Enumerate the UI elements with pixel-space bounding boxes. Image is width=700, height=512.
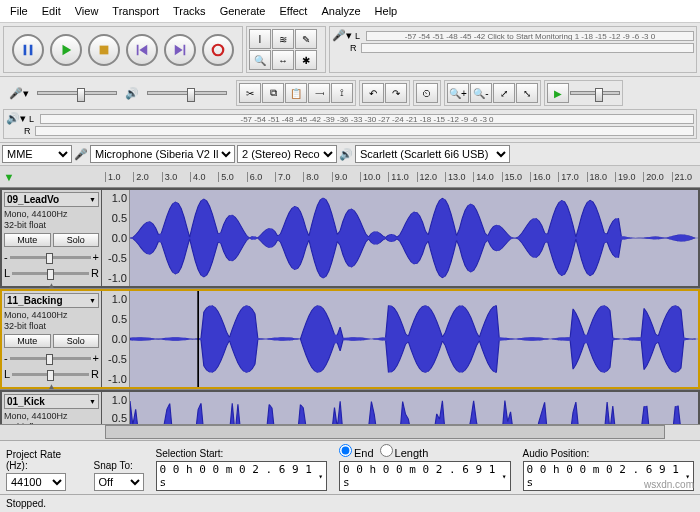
menu-tracks[interactable]: Tracks: [167, 3, 212, 19]
menu-transport[interactable]: Transport: [106, 3, 165, 19]
track-name-dropdown[interactable]: 11_Backing: [4, 293, 99, 308]
menu-bar: File Edit View Transport Tracks Generate…: [0, 0, 700, 23]
menu-help[interactable]: Help: [369, 3, 404, 19]
selection-start-label: Selection Start:: [156, 448, 327, 459]
record-button[interactable]: [202, 34, 234, 66]
timeshift-tool-icon[interactable]: ↔: [272, 50, 294, 70]
speaker-icon: 🔊▾: [6, 112, 26, 125]
pan-slider[interactable]: LR: [4, 368, 99, 380]
meter-l-label: L: [355, 31, 363, 41]
scrollbar-thumb[interactable]: [105, 425, 665, 439]
play-button[interactable]: [50, 34, 82, 66]
solo-button[interactable]: Solo: [53, 233, 100, 247]
rec-meter-bar[interactable]: -57 -54 -51 -48 -45 -42 Click to Start M…: [366, 31, 694, 41]
menu-view[interactable]: View: [69, 3, 105, 19]
skip-start-button[interactable]: [126, 34, 158, 66]
ruler-tick: 4.0: [190, 172, 218, 182]
track-control-panel: 01_Kick Mono, 44100Hz32-bit float MuteSo…: [2, 392, 102, 424]
ruler-tick: 19.0: [615, 172, 643, 182]
mute-button[interactable]: Mute: [4, 233, 51, 247]
multi-tool-icon[interactable]: ✱: [295, 50, 317, 70]
cut-icon[interactable]: ✂: [239, 83, 261, 103]
stop-button[interactable]: [88, 34, 120, 66]
undo-icon[interactable]: ↶: [362, 83, 384, 103]
play-meter-bar-r[interactable]: [35, 126, 694, 136]
play-meter-bar[interactable]: -57 -54 -51 -48 -45 -42 -39 -36 -33 -30 …: [40, 114, 694, 124]
track-name-dropdown[interactable]: 01_Kick: [4, 394, 99, 409]
collapse-icon[interactable]: ▲: [4, 382, 99, 391]
ruler-tick: 3.0: [162, 172, 190, 182]
mute-button[interactable]: Mute: [4, 334, 51, 348]
menu-generate[interactable]: Generate: [214, 3, 272, 19]
waveform-display[interactable]: [130, 190, 698, 286]
selection-end-field[interactable]: 0 0 h 0 0 m 0 2 . 6 9 1 s: [339, 461, 510, 491]
track-name-dropdown[interactable]: 09_LeadVo: [4, 192, 99, 207]
zoom-out-icon[interactable]: 🔍-: [470, 83, 492, 103]
skip-end-button[interactable]: [164, 34, 196, 66]
recording-meter[interactable]: 🎤▾L-57 -54 -51 -48 -45 -42 Click to Star…: [329, 26, 697, 73]
redo-icon[interactable]: ↷: [385, 83, 407, 103]
ruler-tick: 18.0: [587, 172, 615, 182]
ruler-tick: 1.0: [105, 172, 133, 182]
track-format-info: Mono, 44100Hz32-bit float: [4, 209, 99, 231]
track: 01_Kick Mono, 44100Hz32-bit float MuteSo…: [0, 390, 700, 424]
gain-slider[interactable]: -+: [4, 352, 99, 364]
snap-to-select[interactable]: Off: [94, 473, 144, 491]
vertical-ruler: 1.00.50.0-0.5-1.0: [102, 291, 130, 387]
envelope-tool-icon[interactable]: ≋: [272, 29, 294, 49]
menu-edit[interactable]: Edit: [36, 3, 67, 19]
pause-button[interactable]: [12, 34, 44, 66]
pin-icon[interactable]: ▼: [0, 171, 18, 183]
watermark: wsxdn.com: [644, 479, 694, 490]
copy-icon[interactable]: ⧉: [262, 83, 284, 103]
fit-selection-icon[interactable]: ⤢: [493, 83, 515, 103]
track-format-info: Mono, 44100Hz32-bit float: [4, 411, 99, 424]
zoom-tool-icon[interactable]: 🔍: [249, 50, 271, 70]
solo-button[interactable]: Solo: [53, 334, 100, 348]
collapse-icon[interactable]: ▲: [4, 281, 99, 290]
selection-start-field[interactable]: 0 0 h 0 0 m 0 2 . 6 9 1 s: [156, 461, 327, 491]
rec-meter-bar-r[interactable]: [361, 43, 694, 53]
paste-icon[interactable]: 📋: [285, 83, 307, 103]
fit-project-icon[interactable]: ⤡: [516, 83, 538, 103]
meter-r-label: R: [350, 43, 358, 53]
ruler-tick: 14.0: [473, 172, 501, 182]
timeline-ruler[interactable]: ▼ 1.02.03.04.05.06.07.08.09.010.011.012.…: [0, 166, 700, 188]
recording-volume-slider[interactable]: [37, 91, 117, 95]
audio-host-select[interactable]: MME: [2, 145, 72, 163]
play-speed-slider[interactable]: [570, 91, 620, 95]
ruler-tick: 8.0: [303, 172, 331, 182]
waveform-display[interactable]: [130, 291, 698, 387]
mic-device-icon: 🎤: [74, 148, 88, 161]
snap-to-label: Snap To:: [94, 460, 144, 471]
gain-slider[interactable]: -+: [4, 251, 99, 263]
sync-lock-icon[interactable]: ⏲: [416, 83, 438, 103]
svg-marker-2: [63, 44, 72, 55]
selection-toolbar: Project Rate (Hz): 44100 Snap To: Off Se…: [0, 440, 700, 494]
project-rate-select[interactable]: 44100: [6, 473, 66, 491]
menu-effect[interactable]: Effect: [274, 3, 314, 19]
recording-channels-select[interactable]: 2 (Stereo) Recor: [237, 145, 337, 163]
playback-device-select[interactable]: Scarlett (Scarlett 6i6 USB): [355, 145, 510, 163]
menu-analyze[interactable]: Analyze: [315, 3, 366, 19]
waveform-display[interactable]: [130, 392, 698, 424]
playback-meter[interactable]: 🔊▾L-57 -54 -51 -48 -45 -42 -39 -36 -33 -…: [3, 109, 697, 139]
horizontal-scrollbar[interactable]: [0, 424, 700, 440]
speaker-volume-icon: 🔊: [125, 87, 139, 100]
transport-controls: [3, 26, 243, 73]
draw-tool-icon[interactable]: ✎: [295, 29, 317, 49]
pan-slider[interactable]: LR: [4, 267, 99, 279]
speaker-device-icon: 🔊: [339, 148, 353, 161]
silence-icon[interactable]: ⟟: [331, 83, 353, 103]
menu-file[interactable]: File: [4, 3, 34, 19]
trim-icon[interactable]: ⟞: [308, 83, 330, 103]
play-speed-icon[interactable]: ▶: [547, 83, 569, 103]
length-radio[interactable]: Length: [380, 444, 429, 459]
recording-device-select[interactable]: Microphone (Siberia V2 Illu: [90, 145, 235, 163]
selection-tool-icon[interactable]: I: [249, 29, 271, 49]
end-radio[interactable]: End: [339, 444, 374, 459]
playback-volume-slider[interactable]: [147, 91, 227, 95]
zoom-in-icon[interactable]: 🔍+: [447, 83, 469, 103]
ruler-tick: 13.0: [445, 172, 473, 182]
svg-rect-4: [137, 44, 139, 55]
